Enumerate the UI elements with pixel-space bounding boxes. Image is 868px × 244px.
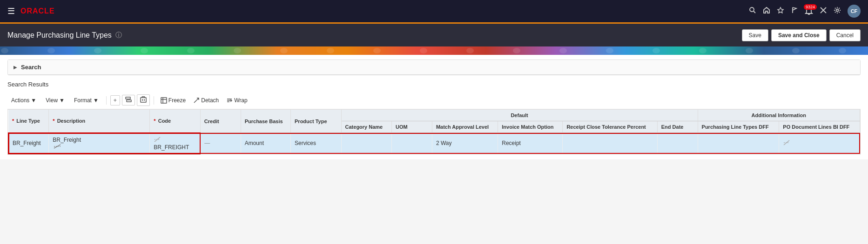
cell-credit: —: [200, 133, 241, 154]
save-and-close-button[interactable]: Save and Close: [771, 29, 827, 41]
svg-rect-9: [141, 98, 146, 102]
delete-button[interactable]: [137, 94, 150, 106]
oracle-logo: ORACLE: [20, 7, 55, 15]
page-header: Manage Purchasing Line Types ⓘ Save Save…: [0, 22, 868, 46]
svg-marker-2: [778, 7, 783, 13]
flag-icon[interactable]: [791, 7, 798, 16]
header-buttons: Save Save and Close Cancel: [742, 29, 861, 41]
save-button[interactable]: Save: [742, 29, 768, 41]
col-header-uom[interactable]: UOM: [392, 121, 432, 133]
freeze-label: Freeze: [168, 97, 186, 104]
search-section: ▶ Search: [7, 59, 861, 75]
page-title-area: Manage Purchasing Line Types ⓘ: [7, 31, 122, 40]
notification-count: 9324: [804, 4, 817, 10]
col-header-line-type[interactable]: * Line Type: [8, 110, 49, 133]
col-group-default: Default: [341, 110, 698, 121]
view-button[interactable]: View ▼: [42, 96, 68, 105]
cell-category-name: [341, 133, 392, 154]
decorative-banner: [0, 46, 868, 55]
table-row[interactable]: BR_Freight BR_Freight: [8, 133, 860, 154]
cell-line-type[interactable]: BR_Freight: [8, 133, 49, 154]
help-icon[interactable]: ⓘ: [115, 31, 122, 40]
cell-product-type: Services: [291, 133, 342, 154]
search-label: Search: [21, 64, 41, 71]
cell-uom: [392, 133, 432, 154]
col-header-end-date[interactable]: End Date: [657, 121, 698, 133]
detach-label: Detach: [201, 97, 219, 104]
col-header-match-approval[interactable]: Match Approval Level: [432, 121, 498, 133]
hamburger-menu[interactable]: ☰: [7, 6, 15, 16]
col-header-purchase-basis[interactable]: Purchase Basis: [241, 110, 290, 133]
main-content: ▶ Search Search Results Actions ▼ View ▼…: [0, 55, 868, 159]
cell-match-approval: 2 Way: [432, 133, 498, 154]
col-header-product-type[interactable]: Product Type: [291, 110, 342, 133]
search-icon[interactable]: [749, 7, 756, 16]
cell-purchasing-dff: [698, 133, 779, 154]
add-row-button[interactable]: +: [110, 95, 120, 106]
col-header-credit[interactable]: Credit: [200, 110, 241, 133]
search-toggle[interactable]: ▶ Search: [8, 60, 860, 75]
col-header-description[interactable]: * Description: [49, 110, 150, 133]
actions-label: Actions: [11, 97, 29, 104]
cell-po-doc-dff: [779, 133, 860, 154]
user-avatar[interactable]: CF: [848, 5, 861, 18]
nav-right: 9324 CF: [749, 5, 861, 18]
view-dropdown-icon: ▼: [59, 97, 65, 104]
nav-left: ☰ ORACLE: [7, 6, 55, 16]
toolbar-sep-2: [154, 96, 154, 105]
data-table: * Line Type * Description * Code Credit …: [8, 110, 860, 154]
top-navigation: ☰ ORACLE: [0, 0, 868, 22]
format-button[interactable]: Format ▼: [70, 96, 102, 105]
wrap-button[interactable]: Wrap: [223, 96, 250, 105]
actions-dropdown-icon: ▼: [31, 97, 36, 104]
col-header-po-doc-lines[interactable]: PO Document Lines BI DFF: [779, 121, 860, 133]
code-edit-icon: [154, 137, 161, 144]
data-table-wrapper: * Line Type * Description * Code Credit …: [7, 109, 861, 155]
toolbar-sep-1: [106, 96, 107, 105]
search-arrow-icon: ▶: [13, 65, 17, 70]
format-label: Format: [74, 97, 92, 104]
detach-button[interactable]: Detach: [190, 96, 222, 105]
col-group-additional-info: Additional Information: [698, 110, 860, 121]
cell-purchase-basis: Amount: [241, 133, 290, 154]
search-results-label: Search Results: [7, 81, 861, 88]
col-header-receipt-close[interactable]: Receipt Close Tolerance Percent: [563, 121, 657, 133]
svg-rect-8: [127, 100, 131, 102]
add-multiple-button[interactable]: [122, 95, 135, 106]
page-title: Manage Purchasing Line Types: [7, 31, 112, 40]
settings-icon[interactable]: [834, 7, 841, 16]
cell-receipt-close: [563, 133, 657, 154]
actions-button[interactable]: Actions ▼: [7, 96, 40, 105]
star-icon[interactable]: [777, 7, 784, 16]
col-header-category-name[interactable]: Category Name: [341, 121, 392, 133]
format-dropdown-icon: ▼: [93, 97, 99, 104]
cell-invoice-match: Receipt: [498, 133, 563, 154]
home-icon[interactable]: [763, 7, 770, 16]
col-header-code[interactable]: * Code: [150, 110, 201, 133]
cell-end-date: [657, 133, 698, 154]
notification-bell[interactable]: 9324: [805, 7, 813, 15]
cancel-button[interactable]: Cancel: [829, 29, 861, 41]
cell-description[interactable]: BR_Freight: [49, 133, 150, 154]
toolbar: Actions ▼ View ▼ Format ▼ +: [7, 92, 861, 109]
col-header-purchasing-line-types[interactable]: Purchasing Line Types DFF: [698, 121, 779, 133]
cell-code[interactable]: BR_FREIGHT: [150, 133, 201, 154]
svg-point-0: [750, 7, 754, 12]
view-label: View: [46, 97, 58, 104]
col-header-invoice-match[interactable]: Invoice Match Option: [498, 121, 563, 133]
svg-rect-15: [161, 98, 167, 103]
svg-line-21: [54, 145, 61, 148]
wrap-label: Wrap: [234, 97, 247, 104]
freeze-button[interactable]: Freeze: [158, 96, 188, 105]
svg-point-6: [836, 9, 839, 12]
svg-line-1: [754, 11, 755, 13]
person-icon[interactable]: [820, 7, 827, 16]
svg-rect-7: [126, 97, 130, 99]
